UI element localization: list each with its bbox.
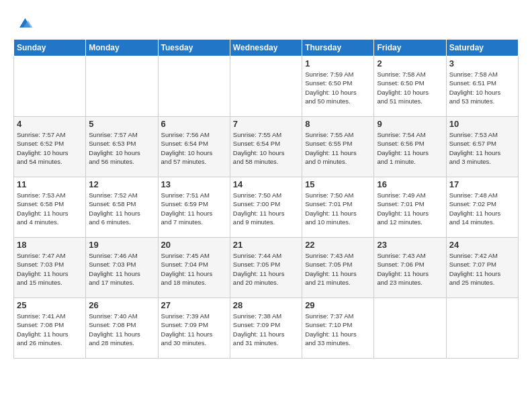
calendar-cell: 2Sunrise: 7:58 AM Sunset: 6:50 PM Daylig… (374, 56, 446, 117)
day-info: Sunrise: 7:39 AM Sunset: 7:09 PM Dayligh… (161, 312, 227, 347)
weekday-header-row: SundayMondayTuesdayWednesdayThursdayFrid… (14, 40, 519, 56)
calendar-cell: 5Sunrise: 7:57 AM Sunset: 6:53 PM Daylig… (86, 117, 158, 177)
day-number: 19 (89, 240, 154, 250)
day-number: 23 (377, 240, 443, 250)
day-number: 16 (377, 179, 443, 189)
calendar-cell (14, 56, 86, 117)
calendar-cell: 23Sunrise: 7:43 AM Sunset: 7:06 PM Dayli… (374, 238, 446, 298)
calendar-cell: 21Sunrise: 7:44 AM Sunset: 7:05 PM Dayli… (230, 238, 302, 298)
calendar-cell: 9Sunrise: 7:54 AM Sunset: 6:56 PM Daylig… (374, 117, 446, 177)
weekday-header-saturday: Saturday (446, 40, 518, 56)
day-info: Sunrise: 7:42 AM Sunset: 7:07 PM Dayligh… (449, 251, 515, 287)
calendar-cell: 16Sunrise: 7:49 AM Sunset: 7:01 PM Dayli… (374, 177, 446, 238)
calendar-cell: 1Sunrise: 7:59 AM Sunset: 6:50 PM Daylig… (302, 56, 374, 117)
weekday-header-thursday: Thursday (302, 40, 374, 56)
day-info: Sunrise: 7:53 AM Sunset: 6:57 PM Dayligh… (449, 130, 515, 166)
calendar-cell: 19Sunrise: 7:46 AM Sunset: 7:03 PM Dayli… (86, 238, 158, 298)
day-number: 28 (233, 300, 299, 310)
calendar-cell: 3Sunrise: 7:58 AM Sunset: 6:51 PM Daylig… (446, 56, 518, 117)
day-info: Sunrise: 7:47 AM Sunset: 7:03 PM Dayligh… (17, 251, 83, 287)
calendar-cell: 10Sunrise: 7:53 AM Sunset: 6:57 PM Dayli… (446, 117, 518, 177)
day-info: Sunrise: 7:57 AM Sunset: 6:53 PM Dayligh… (89, 130, 154, 166)
day-info: Sunrise: 7:56 AM Sunset: 6:54 PM Dayligh… (161, 130, 227, 166)
calendar-cell: 6Sunrise: 7:56 AM Sunset: 6:54 PM Daylig… (158, 117, 230, 177)
calendar-table: SundayMondayTuesdayWednesdayThursdayFrid… (13, 39, 519, 359)
calendar-cell: 14Sunrise: 7:50 AM Sunset: 7:00 PM Dayli… (230, 177, 302, 238)
calendar-week-2: 4Sunrise: 7:57 AM Sunset: 6:52 PM Daylig… (14, 117, 519, 177)
calendar-cell: 27Sunrise: 7:39 AM Sunset: 7:09 PM Dayli… (158, 298, 230, 359)
calendar-cell: 24Sunrise: 7:42 AM Sunset: 7:07 PM Dayli… (446, 238, 518, 298)
day-info: Sunrise: 7:50 AM Sunset: 7:00 PM Dayligh… (233, 191, 299, 226)
day-info: Sunrise: 7:58 AM Sunset: 6:51 PM Dayligh… (449, 70, 515, 105)
calendar-cell (230, 56, 302, 117)
calendar-header: SundayMondayTuesdayWednesdayThursdayFrid… (14, 40, 519, 56)
calendar-cell: 26Sunrise: 7:40 AM Sunset: 7:08 PM Dayli… (86, 298, 158, 359)
day-info: Sunrise: 7:43 AM Sunset: 7:06 PM Dayligh… (377, 251, 443, 287)
day-number: 26 (89, 300, 154, 310)
calendar-cell: 28Sunrise: 7:38 AM Sunset: 7:09 PM Dayli… (230, 298, 302, 359)
day-number: 22 (305, 240, 371, 250)
calendar-cell: 17Sunrise: 7:48 AM Sunset: 7:02 PM Dayli… (446, 177, 518, 238)
calendar-cell: 29Sunrise: 7:37 AM Sunset: 7:10 PM Dayli… (302, 298, 374, 359)
day-number: 14 (233, 179, 299, 189)
weekday-header-monday: Monday (86, 40, 158, 56)
day-info: Sunrise: 7:40 AM Sunset: 7:08 PM Dayligh… (89, 312, 154, 347)
day-info: Sunrise: 7:52 AM Sunset: 6:58 PM Dayligh… (89, 191, 154, 226)
day-info: Sunrise: 7:45 AM Sunset: 7:04 PM Dayligh… (161, 251, 227, 287)
day-number: 4 (17, 119, 83, 129)
day-info: Sunrise: 7:53 AM Sunset: 6:58 PM Dayligh… (17, 191, 83, 226)
day-number: 1 (305, 58, 371, 68)
day-number: 7 (233, 119, 299, 129)
day-info: Sunrise: 7:55 AM Sunset: 6:55 PM Dayligh… (305, 130, 371, 166)
calendar-cell: 13Sunrise: 7:51 AM Sunset: 6:59 PM Dayli… (158, 177, 230, 238)
day-info: Sunrise: 7:58 AM Sunset: 6:50 PM Dayligh… (377, 70, 443, 105)
calendar-cell (86, 56, 158, 117)
day-number: 27 (161, 300, 227, 310)
day-info: Sunrise: 7:54 AM Sunset: 6:56 PM Dayligh… (377, 130, 443, 166)
day-info: Sunrise: 7:57 AM Sunset: 6:52 PM Dayligh… (17, 130, 83, 166)
calendar-cell: 18Sunrise: 7:47 AM Sunset: 7:03 PM Dayli… (14, 238, 86, 298)
calendar-week-1: 1Sunrise: 7:59 AM Sunset: 6:50 PM Daylig… (14, 56, 519, 117)
day-number: 25 (17, 300, 83, 310)
day-info: Sunrise: 7:55 AM Sunset: 6:54 PM Dayligh… (233, 130, 299, 166)
logo (13, 13, 34, 32)
day-number: 10 (449, 119, 515, 129)
weekday-header-friday: Friday (374, 40, 446, 56)
day-info: Sunrise: 7:43 AM Sunset: 7:05 PM Dayligh… (305, 251, 371, 287)
day-number: 6 (161, 119, 227, 129)
day-info: Sunrise: 7:44 AM Sunset: 7:05 PM Dayligh… (233, 251, 299, 287)
calendar-cell: 4Sunrise: 7:57 AM Sunset: 6:52 PM Daylig… (14, 117, 86, 177)
logo-icon (15, 13, 34, 32)
calendar-cell: 25Sunrise: 7:41 AM Sunset: 7:08 PM Dayli… (14, 298, 86, 359)
day-number: 24 (449, 240, 515, 250)
calendar-cell: 20Sunrise: 7:45 AM Sunset: 7:04 PM Dayli… (158, 238, 230, 298)
weekday-header-tuesday: Tuesday (158, 40, 230, 56)
calendar-cell: 22Sunrise: 7:43 AM Sunset: 7:05 PM Dayli… (302, 238, 374, 298)
day-number: 17 (449, 179, 515, 189)
day-info: Sunrise: 7:38 AM Sunset: 7:09 PM Dayligh… (233, 312, 299, 347)
calendar-cell (158, 56, 230, 117)
calendar-cell: 12Sunrise: 7:52 AM Sunset: 6:58 PM Dayli… (86, 177, 158, 238)
page-header (13, 13, 519, 32)
day-info: Sunrise: 7:41 AM Sunset: 7:08 PM Dayligh… (17, 312, 83, 347)
calendar-week-3: 11Sunrise: 7:53 AM Sunset: 6:58 PM Dayli… (14, 177, 519, 238)
day-number: 3 (449, 58, 515, 68)
day-number: 12 (89, 179, 154, 189)
day-number: 9 (377, 119, 443, 129)
day-info: Sunrise: 7:50 AM Sunset: 7:01 PM Dayligh… (305, 191, 371, 226)
day-info: Sunrise: 7:49 AM Sunset: 7:01 PM Dayligh… (377, 191, 443, 226)
calendar-cell: 7Sunrise: 7:55 AM Sunset: 6:54 PM Daylig… (230, 117, 302, 177)
day-number: 8 (305, 119, 371, 129)
day-info: Sunrise: 7:37 AM Sunset: 7:10 PM Dayligh… (305, 312, 371, 347)
day-number: 5 (89, 119, 154, 129)
day-info: Sunrise: 7:51 AM Sunset: 6:59 PM Dayligh… (161, 191, 227, 226)
day-number: 15 (305, 179, 371, 189)
day-number: 21 (233, 240, 299, 250)
weekday-header-sunday: Sunday (14, 40, 86, 56)
calendar-week-4: 18Sunrise: 7:47 AM Sunset: 7:03 PM Dayli… (14, 238, 519, 298)
calendar-body: 1Sunrise: 7:59 AM Sunset: 6:50 PM Daylig… (14, 56, 519, 359)
weekday-header-wednesday: Wednesday (230, 40, 302, 56)
day-info: Sunrise: 7:48 AM Sunset: 7:02 PM Dayligh… (449, 191, 515, 226)
calendar-cell: 15Sunrise: 7:50 AM Sunset: 7:01 PM Dayli… (302, 177, 374, 238)
day-number: 13 (161, 179, 227, 189)
